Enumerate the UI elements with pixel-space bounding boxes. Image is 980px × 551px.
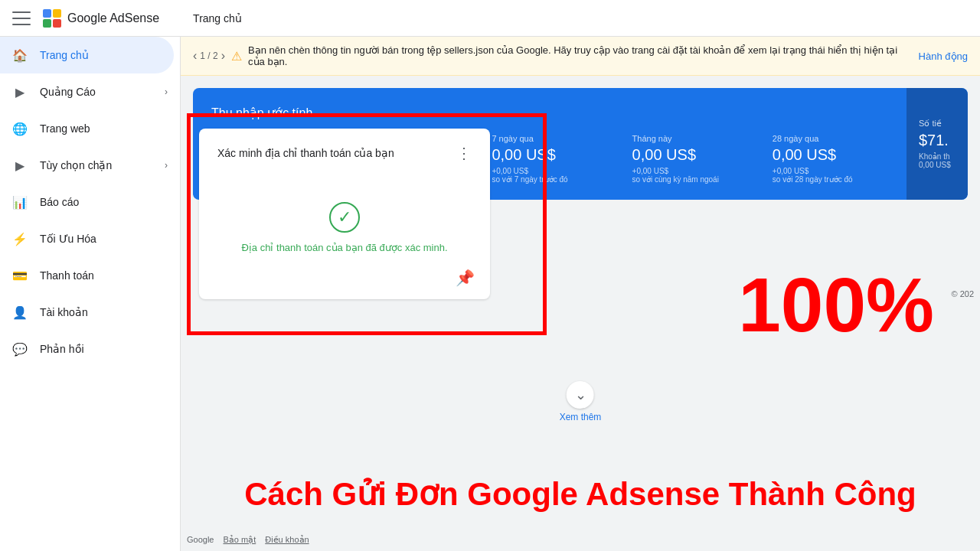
col-value: 0,00 US$ <box>773 146 903 164</box>
col-label: 28 ngày qua <box>773 134 903 143</box>
sidebar-item-tuy-chon-chan[interactable]: ▶ Tùy chọn chặn › <box>0 147 180 184</box>
col-change: +0,00 US$ so với 7 ngày trước đó <box>492 167 622 184</box>
revenue-title: Thu nhập ước tính <box>211 106 312 120</box>
page-title: Trang chủ <box>193 12 242 24</box>
prev-notification-button[interactable]: ‹ <box>193 49 197 63</box>
sidebar-label: Quảng Cáo <box>40 86 96 98</box>
verify-text: Địa chỉ thanh toán của bạn đã được xác m… <box>241 242 447 253</box>
menu-icon[interactable] <box>12 9 31 28</box>
sidebar-item-quang-cao[interactable]: ▶ Quảng Cáo › <box>0 73 180 110</box>
expand-icon: › <box>165 86 168 97</box>
optimize-icon: ⚡ <box>12 231 28 246</box>
copyright: © 202 <box>951 289 974 298</box>
notification-action-button[interactable]: Hành động <box>919 51 968 62</box>
sidebar-label: Tùy chọn chặn <box>40 159 112 171</box>
app-name: Google AdSense <box>67 11 159 25</box>
verify-menu-icon[interactable]: ⋮ <box>456 144 472 162</box>
warning-icon: ⚠ <box>231 49 242 64</box>
main-content: ‹ 1 / 2 › ⚠ Bạn nên chèn thông tin người… <box>181 37 980 551</box>
block-icon: ▶ <box>12 158 28 173</box>
notification-text: Bạn nên chèn thông tin người bán trong t… <box>248 44 913 67</box>
verify-checkmark: ✓ <box>329 202 360 233</box>
col-change: +0,00 US$ so với cùng kỳ năm ngoái <box>632 167 763 184</box>
check-icon: ✓ <box>338 207 351 227</box>
footer-links: Google Bảo mật Điều khoản <box>187 535 309 545</box>
sidebar-item-phan-hoi[interactable]: 💬 Phản hồi <box>0 331 180 367</box>
sidebar: 🏠 Trang chủ ▶ Quảng Cáo › 🌐 Trang web ▶ … <box>0 37 181 551</box>
notification-nav: ‹ 1 / 2 › <box>193 49 225 63</box>
verify-title: Xác minh địa chỉ thanh toán của bạn <box>217 147 394 159</box>
col-value: 0,00 US$ <box>492 146 622 164</box>
sidebar-label: Tối Ưu Hóa <box>40 233 96 245</box>
extra-label: Số tiề <box>919 119 956 129</box>
sidebar-item-trang-web[interactable]: 🌐 Trang web <box>0 110 180 147</box>
sidebar-label: Phản hồi <box>40 343 84 355</box>
extra-value: $71. <box>919 132 956 149</box>
sidebar-label: Tài khoản <box>40 306 88 318</box>
extra-sub1: Khoản th <box>919 152 956 161</box>
ads-icon: ▶ <box>12 84 28 99</box>
notification-bar: ‹ 1 / 2 › ⚠ Bạn nên chèn thông tin người… <box>181 37 980 76</box>
sidebar-item-thanh-toan[interactable]: 💳 Thanh toán <box>0 257 180 294</box>
sidebar-item-trang-chu[interactable]: 🏠 Trang chủ <box>0 37 174 73</box>
feedback-icon: 💬 <box>12 341 28 357</box>
home-icon: 🏠 <box>12 47 28 63</box>
topbar: Google AdSense Trang chủ <box>0 0 980 37</box>
sidebar-item-bao-cao[interactable]: 📊 Báo cáo <box>0 184 180 220</box>
pin-icon[interactable]: 📌 <box>456 269 475 287</box>
revenue-col-7days: 7 ngày qua 0,00 US$ +0,00 US$ so với 7 n… <box>492 134 632 184</box>
payment-icon: 💳 <box>12 268 28 283</box>
big-percent-text: 100% <box>738 266 934 343</box>
col-label: Tháng này <box>632 134 763 143</box>
logo: Google AdSense <box>43 9 159 28</box>
sidebar-item-toi-uu-hoa[interactable]: ⚡ Tối Ưu Hóa <box>0 220 180 257</box>
report-icon: 📊 <box>12 194 28 210</box>
view-more-button[interactable]: ⌄ <box>567 381 594 409</box>
col-value: 0,00 US$ <box>632 146 763 164</box>
sidebar-item-tai-khoan[interactable]: 👤 Tài khoản <box>0 294 180 331</box>
view-more-section: ⌄ Xem thêm <box>560 381 602 422</box>
col-change: +0,00 US$ so với 28 ngày trước đó <box>773 167 903 184</box>
revenue-col-month: Tháng này 0,00 US$ +0,00 US$ so với cùng… <box>632 134 773 184</box>
next-notification-button[interactable]: › <box>221 49 225 63</box>
footer-privacy[interactable]: Bảo mật <box>223 535 256 545</box>
verify-card: Xác minh địa chỉ thanh toán của bạn ⋮ ✓ … <box>199 129 490 299</box>
sidebar-label: Báo cáo <box>40 196 79 208</box>
footer-terms[interactable]: Điều khoản <box>265 535 309 545</box>
sidebar-label: Thanh toán <box>40 269 94 282</box>
account-icon: 👤 <box>12 305 28 320</box>
footer-google: Google <box>187 535 214 545</box>
sidebar-label: Trang web <box>40 122 90 135</box>
notification-count: 1 / 2 <box>200 51 217 61</box>
bottom-title: Cách Gửi Đơn Google Adsense Thành Công <box>181 475 980 513</box>
sidebar-label: Trang chủ <box>40 49 89 61</box>
expand-icon: › <box>165 160 168 171</box>
extra-sub2: 0,00 US$ <box>919 161 956 169</box>
revenue-extra-col: Số tiề $71. Khoản th 0,00 US$ <box>906 88 968 200</box>
view-more-label[interactable]: Xem thêm <box>560 412 602 422</box>
web-icon: 🌐 <box>12 121 28 136</box>
google-logo <box>43 9 61 28</box>
col-label: 7 ngày qua <box>492 134 622 143</box>
